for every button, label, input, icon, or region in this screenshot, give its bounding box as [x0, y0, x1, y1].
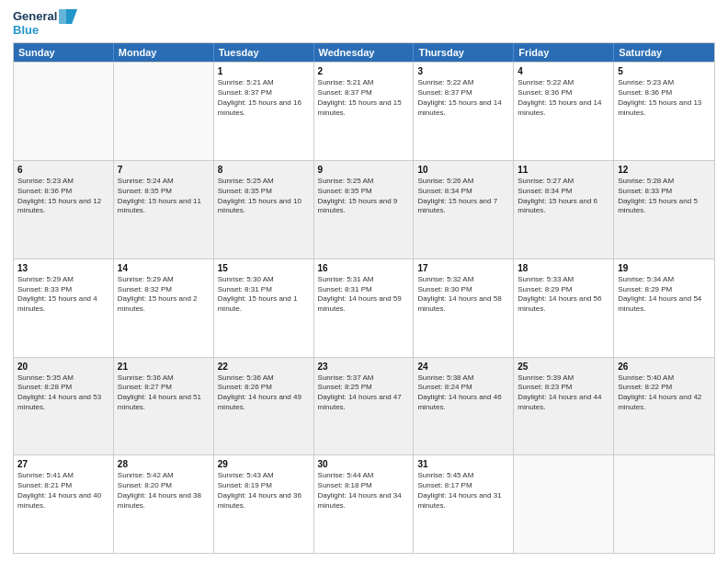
- day-number: 4: [518, 65, 609, 77]
- day-number: 18: [518, 262, 609, 274]
- calendar-day-header: Wednesday: [314, 43, 415, 62]
- calendar-week-row: 13 Sunrise: 5:29 AMSunset: 8:33 PMDaylig…: [14, 259, 714, 357]
- day-number: 26: [618, 361, 711, 373]
- calendar-cell: 22 Sunrise: 5:36 AMSunset: 8:26 PMDaylig…: [214, 358, 314, 455]
- calendar-day-header: Sunday: [14, 43, 114, 62]
- calendar-cell: 26 Sunrise: 5:40 AMSunset: 8:22 PMDaylig…: [614, 358, 714, 455]
- calendar-cell: 15 Sunrise: 5:30 AMSunset: 8:31 PMDaylig…: [214, 259, 314, 357]
- day-info: Sunrise: 5:45 AMSunset: 8:17 PMDaylight:…: [417, 471, 509, 511]
- day-info: Sunrise: 5:43 AMSunset: 8:19 PMDaylight:…: [218, 471, 310, 511]
- day-number: 28: [118, 458, 210, 470]
- day-info: Sunrise: 5:33 AMSunset: 8:29 PMDaylight:…: [518, 275, 609, 315]
- calendar-cell: 6 Sunrise: 5:23 AMSunset: 8:36 PMDayligh…: [14, 161, 114, 259]
- day-info: Sunrise: 5:21 AMSunset: 8:37 PMDaylight:…: [318, 78, 410, 118]
- calendar-cell: 7 Sunrise: 5:24 AMSunset: 8:35 PMDayligh…: [114, 161, 214, 259]
- calendar-day-header: Monday: [114, 43, 214, 62]
- day-number: 27: [17, 458, 109, 470]
- day-info: Sunrise: 5:23 AMSunset: 8:36 PMDaylight:…: [17, 177, 109, 216]
- calendar-cell: 9 Sunrise: 5:25 AMSunset: 8:35 PMDayligh…: [314, 161, 415, 259]
- calendar-day-header: Saturday: [614, 43, 714, 62]
- day-info: Sunrise: 5:24 AMSunset: 8:35 PMDaylight:…: [118, 177, 210, 216]
- day-number: 11: [518, 164, 609, 176]
- day-info: Sunrise: 5:31 AMSunset: 8:31 PMDaylight:…: [318, 275, 410, 315]
- day-number: 29: [218, 458, 310, 470]
- calendar-cell: 28 Sunrise: 5:42 AMSunset: 8:20 PMDaylig…: [114, 455, 214, 553]
- day-number: 30: [318, 458, 410, 470]
- day-number: 22: [218, 361, 310, 373]
- calendar-cell: 31 Sunrise: 5:45 AMSunset: 8:17 PMDaylig…: [414, 455, 514, 553]
- calendar-cell: 10 Sunrise: 5:26 AMSunset: 8:34 PMDaylig…: [414, 161, 514, 259]
- day-info: Sunrise: 5:44 AMSunset: 8:18 PMDaylight:…: [318, 471, 410, 511]
- day-number: 7: [118, 164, 210, 176]
- day-number: 24: [417, 361, 509, 373]
- calendar-cell: 29 Sunrise: 5:43 AMSunset: 8:19 PMDaylig…: [214, 455, 314, 553]
- day-number: 23: [318, 361, 410, 373]
- calendar-day-header: Friday: [514, 43, 614, 62]
- calendar-cell: 4 Sunrise: 5:22 AMSunset: 8:36 PMDayligh…: [514, 63, 614, 160]
- day-number: 13: [17, 262, 109, 274]
- calendar: SundayMondayTuesdayWednesdayThursdayFrid…: [13, 42, 715, 554]
- calendar-cell: 11 Sunrise: 5:27 AMSunset: 8:34 PMDaylig…: [514, 161, 614, 259]
- calendar-cell: 23 Sunrise: 5:37 AMSunset: 8:25 PMDaylig…: [314, 358, 415, 455]
- calendar-cell: 19 Sunrise: 5:34 AMSunset: 8:29 PMDaylig…: [614, 259, 714, 357]
- day-number: 31: [417, 458, 509, 470]
- day-info: Sunrise: 5:29 AMSunset: 8:33 PMDaylight:…: [17, 275, 109, 315]
- day-info: Sunrise: 5:35 AMSunset: 8:28 PMDaylight:…: [17, 373, 109, 413]
- calendar-cell: 20 Sunrise: 5:35 AMSunset: 8:28 PMDaylig…: [14, 358, 114, 455]
- calendar-week-row: 20 Sunrise: 5:35 AMSunset: 8:28 PMDaylig…: [14, 357, 714, 455]
- day-info: Sunrise: 5:25 AMSunset: 8:35 PMDaylight:…: [318, 177, 410, 216]
- svg-marker-1: [66, 9, 77, 24]
- logo: General Blue: [13, 9, 77, 37]
- calendar-day-header: Tuesday: [214, 43, 314, 62]
- day-info: Sunrise: 5:29 AMSunset: 8:32 PMDaylight:…: [118, 275, 210, 315]
- day-number: 16: [318, 262, 410, 274]
- calendar-cell: 13 Sunrise: 5:29 AMSunset: 8:33 PMDaylig…: [14, 259, 114, 357]
- day-number: 15: [218, 262, 310, 274]
- calendar-cell: [114, 63, 214, 160]
- calendar-cell: 1 Sunrise: 5:21 AMSunset: 8:37 PMDayligh…: [214, 63, 314, 160]
- calendar-week-row: 6 Sunrise: 5:23 AMSunset: 8:36 PMDayligh…: [14, 160, 714, 259]
- day-info: Sunrise: 5:42 AMSunset: 8:20 PMDaylight:…: [118, 471, 210, 511]
- day-number: 10: [417, 164, 509, 176]
- day-info: Sunrise: 5:23 AMSunset: 8:36 PMDaylight:…: [618, 78, 711, 118]
- day-info: Sunrise: 5:39 AMSunset: 8:23 PMDaylight:…: [518, 373, 609, 413]
- day-number: 17: [417, 262, 509, 274]
- calendar-cell: 12 Sunrise: 5:28 AMSunset: 8:33 PMDaylig…: [614, 161, 714, 259]
- day-info: Sunrise: 5:38 AMSunset: 8:24 PMDaylight:…: [417, 373, 509, 413]
- day-info: Sunrise: 5:22 AMSunset: 8:37 PMDaylight:…: [417, 78, 509, 118]
- calendar-week-row: 27 Sunrise: 5:41 AMSunset: 8:21 PMDaylig…: [14, 454, 714, 553]
- calendar-body: 1 Sunrise: 5:21 AMSunset: 8:37 PMDayligh…: [14, 62, 714, 553]
- day-info: Sunrise: 5:36 AMSunset: 8:26 PMDaylight:…: [218, 373, 310, 413]
- day-info: Sunrise: 5:22 AMSunset: 8:36 PMDaylight:…: [518, 78, 609, 118]
- calendar-cell: 21 Sunrise: 5:36 AMSunset: 8:27 PMDaylig…: [114, 358, 214, 455]
- day-number: 3: [417, 65, 509, 77]
- calendar-cell: 5 Sunrise: 5:23 AMSunset: 8:36 PMDayligh…: [614, 63, 714, 160]
- logo-chevron-icon: [59, 9, 77, 24]
- day-number: 20: [17, 361, 109, 373]
- calendar-cell: 17 Sunrise: 5:32 AMSunset: 8:30 PMDaylig…: [414, 259, 514, 357]
- calendar-cell: 25 Sunrise: 5:39 AMSunset: 8:23 PMDaylig…: [514, 358, 614, 455]
- day-info: Sunrise: 5:37 AMSunset: 8:25 PMDaylight:…: [318, 373, 410, 413]
- day-number: 1: [218, 65, 310, 77]
- day-number: 2: [318, 65, 410, 77]
- calendar-cell: [14, 63, 114, 160]
- calendar-cell: 3 Sunrise: 5:22 AMSunset: 8:37 PMDayligh…: [414, 63, 514, 160]
- day-info: Sunrise: 5:30 AMSunset: 8:31 PMDaylight:…: [218, 275, 310, 315]
- calendar-cell: 18 Sunrise: 5:33 AMSunset: 8:29 PMDaylig…: [514, 259, 614, 357]
- day-info: Sunrise: 5:36 AMSunset: 8:27 PMDaylight:…: [118, 373, 210, 413]
- calendar-cell: 2 Sunrise: 5:21 AMSunset: 8:37 PMDayligh…: [314, 63, 415, 160]
- calendar-cell: 8 Sunrise: 5:25 AMSunset: 8:35 PMDayligh…: [214, 161, 314, 259]
- day-number: 19: [618, 262, 711, 274]
- calendar-cell: 24 Sunrise: 5:38 AMSunset: 8:24 PMDaylig…: [414, 358, 514, 455]
- day-info: Sunrise: 5:26 AMSunset: 8:34 PMDaylight:…: [417, 177, 509, 216]
- day-info: Sunrise: 5:32 AMSunset: 8:30 PMDaylight:…: [417, 275, 509, 315]
- day-number: 21: [118, 361, 210, 373]
- calendar-cell: 27 Sunrise: 5:41 AMSunset: 8:21 PMDaylig…: [14, 455, 114, 553]
- calendar-cell: 16 Sunrise: 5:31 AMSunset: 8:31 PMDaylig…: [314, 259, 415, 357]
- calendar-cell: 14 Sunrise: 5:29 AMSunset: 8:32 PMDaylig…: [114, 259, 214, 357]
- day-number: 9: [318, 164, 410, 176]
- day-info: Sunrise: 5:25 AMSunset: 8:35 PMDaylight:…: [218, 177, 310, 216]
- day-number: 12: [618, 164, 711, 176]
- day-number: 5: [618, 65, 711, 77]
- page-header: General Blue: [13, 9, 715, 37]
